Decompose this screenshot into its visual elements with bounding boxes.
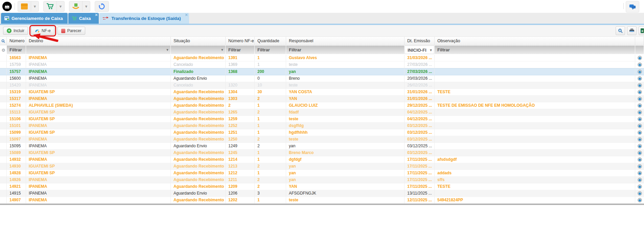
view-details-icon[interactable]: [635, 109, 644, 116]
view-details-icon[interactable]: [635, 129, 644, 136]
view-details-icon[interactable]: [635, 69, 644, 75]
filter-numero-nfe[interactable]: Filtrar: [226, 46, 254, 54]
view-details-icon[interactable]: [635, 55, 644, 61]
cell-observacao: [435, 123, 635, 129]
table-row[interactable]: 15274ALPHAVILLE (SWEDA)Aguardando Recebi…: [0, 102, 644, 109]
table-row[interactable]: 14932IPANEMAAguardando Recebimento12141d…: [0, 156, 644, 163]
cell-responsavel: YAN COSTA: [286, 89, 405, 95]
table-row[interactable]: 15097IPANEMAAguardando Recebimento12502t…: [0, 136, 644, 143]
row-spacer: [0, 116, 7, 122]
export-excel-button[interactable]: X: [639, 26, 644, 35]
chevron-down-icon[interactable]: ▼: [31, 1, 39, 11]
close-icon[interactable]: ✕: [95, 13, 98, 17]
view-details-icon[interactable]: [635, 197, 644, 203]
table-row[interactable]: 14907IPANEMAAguardando Recebimento12021t…: [0, 197, 644, 204]
search-column-icon[interactable]: [0, 37, 7, 45]
view-details-icon[interactable]: [635, 123, 644, 129]
table-row[interactable]: 15089IGUATEMI SPAguardando Recebimento12…: [0, 150, 644, 156]
filter-dt-emissao[interactable]: INICIO-FI▼: [405, 46, 434, 54]
view-details-icon[interactable]: [635, 163, 644, 170]
column-header-dt-emissao[interactable]: Dt. Emissão: [405, 37, 435, 45]
view-details-icon[interactable]: [635, 150, 644, 156]
dropdown-arrow-icon[interactable]: ▼: [221, 46, 224, 54]
filter-observacao[interactable]: Filtrar: [435, 46, 635, 54]
sales-menu-button[interactable]: ▼: [43, 1, 65, 12]
table-row[interactable]: 15101IPANEMAAguardando Recebimento12521d…: [0, 123, 644, 129]
cell-destino: IPANEMA: [26, 156, 171, 163]
table-row[interactable]: 15420IPANEMACancelado132010teste26/02/20…: [0, 82, 644, 89]
cell-destino: IPANEMA: [26, 69, 171, 75]
cell-numero: 14915: [7, 190, 26, 197]
nfe-button[interactable]: NF-e: [31, 27, 54, 35]
filter-quantidade[interactable]: Filtrar: [255, 46, 286, 54]
column-header-responsavel[interactable]: Responsável: [286, 37, 405, 45]
view-details-icon[interactable]: [635, 96, 644, 102]
table-row[interactable]: 15106IGUATEMI SPAguardando Recebimento12…: [0, 116, 644, 123]
column-header-situacao[interactable]: Situação: [171, 37, 226, 45]
tab-transferencia-de-estoque-saida[interactable]: Transferência de Estoque (Saída) ✕: [99, 13, 189, 24]
table-row[interactable]: 15600IPANEMAAguardando Envio0Breno20/03/…: [0, 75, 644, 82]
tab-caixa[interactable]: Caixa ✕: [68, 13, 99, 24]
row-spacer: [0, 61, 7, 68]
cell-numero: 14921: [7, 183, 26, 190]
table-row[interactable]: 14926IPANEMAAguardando Recebimento12112y…: [0, 177, 644, 183]
table-row[interactable]: 14921IPANEMAAguardando Recebimento12092Y…: [0, 183, 644, 190]
column-header-numero[interactable]: Número: [7, 37, 26, 45]
chevron-down-icon[interactable]: ▼: [82, 1, 90, 11]
parecer-button[interactable]: Parecer: [58, 27, 85, 35]
view-details-icon[interactable]: [635, 136, 644, 143]
cell-quantidade: 2: [255, 136, 286, 143]
print-button[interactable]: [627, 26, 637, 35]
view-details-icon[interactable]: [635, 102, 644, 109]
close-icon[interactable]: ✕: [185, 13, 188, 17]
table-row[interactable]: 15113IGUATEMI SPAguardando Recebimento12…: [0, 109, 644, 116]
grid-settings-gear-icon[interactable]: ⚙: [0, 45, 7, 55]
table-row[interactable]: 16563IPANEMAAguardando Recebimento13911G…: [0, 55, 644, 61]
cell-dt-emissao: 31/01/2026 ...: [405, 96, 435, 102]
view-details-icon[interactable]: [635, 75, 644, 82]
stock-cube-icon: [69, 3, 82, 10]
table-row[interactable]: 15317IPANEMAAguardando Recebimento13032Y…: [0, 96, 644, 102]
table-row[interactable]: 15759IPANEMACancelado13691teste27/03/202…: [0, 61, 644, 68]
chevron-down-icon[interactable]: ▼: [56, 1, 64, 11]
column-header-numero-nfe[interactable]: Número NF-e: [226, 37, 255, 45]
column-header-quantidade[interactable]: Quantidade: [255, 37, 286, 45]
table-row[interactable]: 15757IPANEMAFinalizado1368200yan27/03/20…: [0, 68, 644, 75]
cell-quantidade: 10: [255, 82, 286, 88]
filter-situacao[interactable]: ▼: [171, 46, 225, 54]
dropdown-arrow-icon[interactable]: ▼: [166, 46, 169, 54]
filter-numero[interactable]: Filtrar: [7, 46, 26, 54]
view-details-icon[interactable]: [635, 183, 644, 190]
refresh-button[interactable]: [95, 1, 109, 12]
table-row[interactable]: 14928IGUATEMI SPAguardando Recebimento12…: [0, 170, 644, 177]
table-row[interactable]: 14930IGUATEMI SPAguardando Recebimento12…: [0, 163, 644, 170]
view-details-icon[interactable]: [635, 61, 644, 68]
products-menu-button[interactable]: ▼: [18, 1, 39, 12]
view-details-icon[interactable]: [635, 156, 644, 163]
view-details-icon[interactable]: [635, 177, 644, 183]
table-row[interactable]: 15095IPANEMAAguardando Envio12492yan03/1…: [0, 143, 644, 150]
cell-dt-emissao: 17/11/2025 ...: [405, 163, 435, 170]
cell-numero: 15319: [7, 89, 26, 95]
filter-responsavel[interactable]: Filtrar: [286, 46, 404, 54]
table-row[interactable]: 15319IGUATEMI SPAguardando Recebimento13…: [0, 89, 644, 96]
view-details-icon[interactable]: [635, 116, 644, 122]
dropdown-arrow-icon[interactable]: ▼: [429, 46, 433, 54]
brand-logo[interactable]: [2, 2, 12, 11]
column-header-destino[interactable]: Destino: [26, 37, 171, 45]
view-details-icon[interactable]: [635, 190, 644, 197]
table-row[interactable]: 14915IPANEMAAguardando Envio12063AFSGDFN…: [0, 190, 644, 197]
incluir-button[interactable]: + Incluir: [3, 27, 28, 35]
row-spacer: [0, 75, 7, 82]
chat-button[interactable]: [626, 1, 639, 12]
search-button[interactable]: [616, 26, 625, 35]
stock-menu-button[interactable]: ▼: [69, 1, 90, 12]
filter-destino[interactable]: ▼: [26, 46, 170, 54]
view-details-icon[interactable]: [635, 170, 644, 176]
table-row[interactable]: 15099IGUATEMI SPAguardando Recebimento12…: [0, 129, 644, 136]
view-details-icon[interactable]: [635, 89, 644, 95]
column-header-observacao[interactable]: Observação: [435, 37, 635, 45]
tab-gerenciamento-de-caixa[interactable]: Gerenciamento de Caixa: [1, 13, 68, 24]
view-details-icon[interactable]: [635, 143, 644, 149]
view-details-icon[interactable]: [635, 82, 644, 88]
